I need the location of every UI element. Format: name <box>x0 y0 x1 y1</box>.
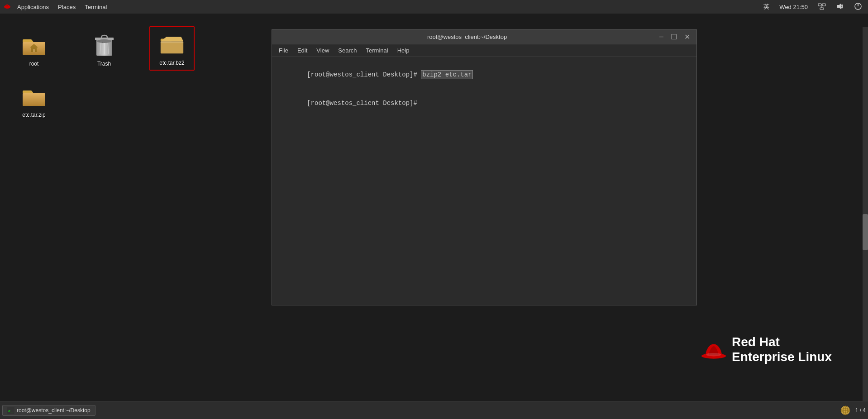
desktop-icon-root-label: root <box>29 61 39 67</box>
redhat-brand: Red Hat Enterprise Linux <box>700 334 832 365</box>
taskbar: >_ root@westos_client:~/Desktop 1 / 4 <box>0 401 868 419</box>
svg-rect-1 <box>818 4 821 6</box>
terminal-search-menu[interactable]: Search <box>334 46 361 55</box>
trash-icon <box>91 32 118 59</box>
svg-rect-13 <box>33 49 35 52</box>
svg-rect-5 <box>820 8 824 10</box>
terminal-menu[interactable]: Terminal <box>80 2 111 12</box>
clock: Wed 21:50 <box>777 3 810 11</box>
folder-zip-icon <box>20 83 48 110</box>
home-folder-icon <box>20 32 48 59</box>
redhat-text: Red Hat Enterprise Linux <box>732 334 832 365</box>
terminal-prompt-1: [root@westos_client Desktop]# <box>307 71 421 78</box>
screen-scrollbar[interactable] <box>863 27 868 401</box>
taskbar-terminal-icon: >_ <box>7 407 14 414</box>
scrollbar-thumb[interactable] <box>863 214 868 250</box>
redhat-line1: Red Hat <box>732 334 832 350</box>
terminal-prompt-2: [root@westos_client Desktop]# <box>307 100 421 107</box>
svg-point-20 <box>97 39 111 43</box>
open-folder-icon <box>158 31 186 58</box>
terminal-window: root@westos_client:~/Desktop – ☐ ✕ File … <box>272 29 697 305</box>
terminal-file-menu[interactable]: File <box>274 46 293 55</box>
desktop-icon-trash-label: Trash <box>97 61 111 67</box>
svg-rect-2 <box>822 4 825 6</box>
terminal-line-1: [root@westos_client Desktop]# bzip2 etc.… <box>277 61 692 89</box>
maximize-button[interactable]: ☐ <box>669 33 679 41</box>
taskbar-page-indicator: 1 / 4 <box>855 407 866 414</box>
terminal-view-menu[interactable]: View <box>312 46 334 55</box>
svg-text:>_: >_ <box>8 409 13 413</box>
volume-icon[interactable] <box>834 1 846 13</box>
selected-file-border: etc.tar.bz2 <box>149 26 195 71</box>
language-indicator[interactable]: 英 <box>761 2 772 12</box>
system-tray: 英 Wed 21:50 <box>761 1 864 13</box>
svg-rect-22 <box>161 41 183 43</box>
terminal-edit-menu[interactable]: Edit <box>293 46 312 55</box>
top-menubar: Applications Places Terminal 英 Wed 21:50 <box>0 0 868 14</box>
menu-left: Applications Places Terminal <box>4 2 111 12</box>
close-button[interactable]: ✕ <box>682 33 692 41</box>
desktop-icon-etctarbz2[interactable]: etc.tar.bz2 <box>152 29 192 68</box>
window-controls: – ☐ ✕ <box>658 33 692 41</box>
desktop-icon-trash[interactable]: Trash <box>84 29 124 69</box>
svg-rect-21 <box>161 41 183 53</box>
redhat-logo-icon <box>4 2 13 11</box>
svg-point-26 <box>706 353 721 357</box>
terminal-command-1: bzip2 etc.tar <box>421 70 473 79</box>
redhat-line2: Enterprise Linux <box>732 349 832 365</box>
power-icon[interactable] <box>852 1 864 13</box>
taskbar-right: 1 / 4 <box>840 405 866 416</box>
terminal-body[interactable]: [root@westos_client Desktop]# bzip2 etc.… <box>272 57 696 305</box>
desktop-icon-etctarzip-label: etc.tar.zip <box>22 112 45 118</box>
desktop-icon-root[interactable]: root <box>14 29 54 69</box>
desktop-icon-etctarbz2-label: etc.tar.bz2 <box>159 60 184 66</box>
taskbar-globe-icon[interactable] <box>840 405 851 416</box>
terminal-help-menu[interactable]: Help <box>393 46 414 55</box>
svg-marker-6 <box>837 4 841 9</box>
taskbar-terminal-label: root@westos_client:~/Desktop <box>17 407 91 414</box>
redhat-hat-logo <box>700 338 727 361</box>
terminal-terminal-menu[interactable]: Terminal <box>362 46 393 55</box>
applications-menu[interactable]: Applications <box>13 2 53 12</box>
places-menu[interactable]: Places <box>53 2 80 12</box>
minimize-button[interactable]: – <box>658 33 665 41</box>
desktop-icon-etctarzip[interactable]: etc.tar.zip <box>14 81 54 120</box>
terminal-line-2: [root@westos_client Desktop]# <box>277 89 692 118</box>
terminal-title: root@westos_client:~/Desktop <box>277 33 658 40</box>
svg-rect-24 <box>23 93 45 106</box>
taskbar-terminal-item[interactable]: >_ root@westos_client:~/Desktop <box>2 405 95 416</box>
desktop: root <box>0 14 868 401</box>
terminal-menubar: File Edit View Search Terminal Help <box>272 44 696 57</box>
terminal-titlebar: root@westos_client:~/Desktop – ☐ ✕ <box>272 30 696 44</box>
network-icon[interactable] <box>816 1 828 13</box>
